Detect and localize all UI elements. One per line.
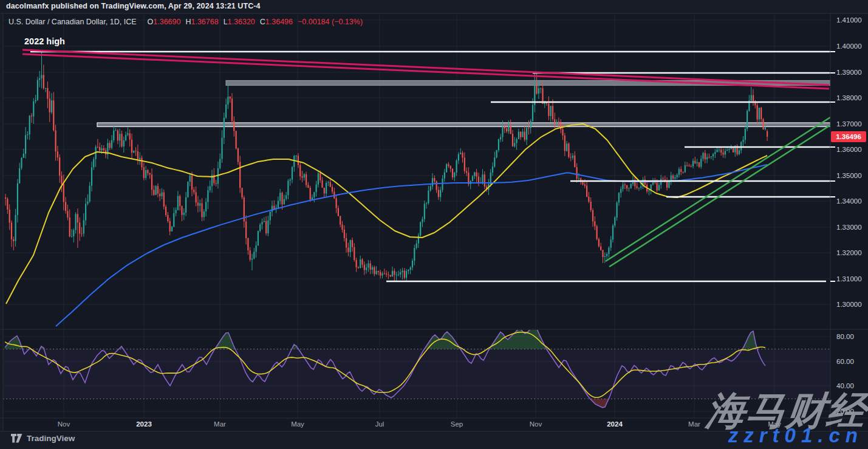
low-label: L: [224, 18, 228, 26]
time-axis-label: May: [291, 420, 304, 428]
time-axis-label: Mar: [214, 420, 226, 428]
candlestick-series: [5, 52, 768, 282]
price-scale-label: 1.35000: [836, 172, 862, 179]
open-value: 1.36690: [153, 18, 180, 26]
symbol-title[interactable]: U.S. Dollar / Canadian Dollar, 1D, ICE: [9, 18, 137, 26]
ma-blue: [56, 165, 767, 326]
price-scale-label: 1.40000: [836, 43, 862, 50]
time-axis-label: 2023: [136, 420, 152, 428]
tradingview-logo-text: TradingView: [27, 434, 75, 443]
supply-zones: [97, 81, 830, 127]
time-axis-label: Mar: [688, 420, 700, 428]
price-scale-label: 1.38000: [836, 94, 862, 101]
price-scale-label: 1.37000: [836, 120, 862, 128]
tradingview-logo[interactable]: TradingView: [11, 434, 75, 443]
price-scale-label: 1.34000: [836, 197, 862, 205]
price-scale-label: 1.36000: [836, 146, 862, 153]
time-axis-label: Nov: [58, 420, 70, 428]
rsi-scale-label: 80.00: [836, 333, 854, 340]
change-value: −0.00184 (−0.13%): [298, 18, 363, 26]
close-value: 1.36496: [265, 18, 293, 26]
uptrend-line-1: [606, 117, 830, 261]
close-label: C: [260, 18, 265, 26]
price-scale-label: 1.32000: [836, 249, 862, 256]
low-value: 1.36320: [228, 18, 255, 26]
time-axis-label: Nov: [530, 420, 542, 428]
rsi-oversold-fill: [5, 399, 765, 408]
open-label: O: [148, 18, 154, 26]
moving-averages: [6, 124, 767, 326]
chart-canvas[interactable]: [0, 0, 868, 449]
last-price-tag: 1.36496: [831, 131, 866, 142]
time-axis-label: Sep: [451, 420, 463, 428]
watermark-site-url: zzrt01.cn: [728, 424, 863, 447]
tradingview-logo-icon: [11, 434, 22, 443]
downtrend-line-1: [22, 50, 829, 85]
time-axis-label: Jul: [375, 420, 384, 428]
price-scale-label: 1.30000: [836, 301, 862, 308]
supply-zone-1.370: [97, 123, 830, 127]
high-value: 1.36768: [191, 18, 218, 26]
annotation-2022-high: 2022 high: [24, 36, 65, 46]
price-scale-label: 1.41000: [836, 16, 862, 24]
price-scale-label: 1.33000: [836, 224, 862, 231]
rsi-scale-label: 60.00: [836, 358, 854, 365]
tradingview-published-chart: dacolmanfx published on TradingView.com,…: [0, 0, 868, 449]
time-axis-label: 2024: [607, 420, 623, 428]
rsi-panel: [3, 326, 830, 408]
price-scale-label: 1.31000: [836, 275, 862, 283]
price-scale-label: 1.39000: [836, 69, 862, 76]
chart-legend[interactable]: U.S. Dollar / Canadian Dollar, 1D, ICEO1…: [9, 18, 363, 26]
